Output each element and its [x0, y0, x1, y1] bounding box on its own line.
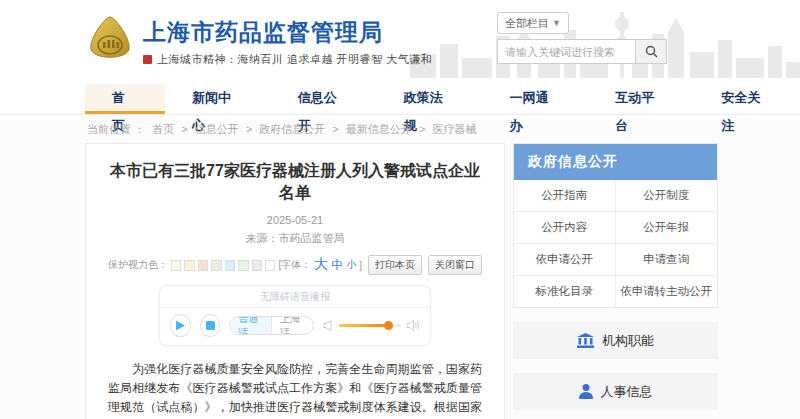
nav-item-online-services[interactable]: 一网通办: [482, 84, 588, 114]
category-select[interactable]: 全部栏目 ▼: [497, 12, 569, 34]
gov-link-on-request[interactable]: 依申请公开: [514, 244, 616, 276]
breadcrumb-separator: >: [246, 123, 252, 135]
gov-link-content[interactable]: 公开内容: [514, 212, 616, 244]
gov-link-system[interactable]: 公开制度: [616, 180, 718, 212]
search-icon: [645, 45, 658, 58]
breadcrumb-home[interactable]: 首页: [152, 123, 174, 135]
lang-option-shanghainese[interactable]: 上海话: [271, 317, 313, 334]
gov-info-title: 政府信息公开: [514, 144, 717, 180]
gov-info-card: 政府信息公开 公开指南 公开制度 公开内容 公开年报 依申请公开 申请查询 标准…: [513, 143, 718, 308]
nav-item-safety[interactable]: 安全关注: [694, 84, 800, 114]
volume-handle[interactable]: [384, 321, 393, 330]
nav-item-info-disclosure[interactable]: 信息公开: [271, 84, 377, 114]
nav-item-policies[interactable]: 政策法规: [377, 84, 483, 114]
breadcrumb-latest-info[interactable]: 最新信息公开: [346, 123, 412, 135]
page-body: 当前位置 ： 首页 > 信息公开 > 政府信息公开 > 最新信息公开 > 医疗器…: [0, 115, 800, 419]
eye-color-swatch[interactable]: [252, 260, 262, 271]
search-button[interactable]: [635, 39, 667, 64]
eye-color-swatch[interactable]: [225, 260, 235, 271]
volume-fill: [339, 324, 389, 327]
font-size-label-close: ]: [359, 260, 362, 271]
stop-icon: [206, 321, 215, 330]
nav-item-interaction[interactable]: 互动平台: [588, 84, 694, 114]
play-icon: [175, 320, 185, 331]
gov-link-guide[interactable]: 公开指南: [514, 180, 616, 212]
nav-item-news[interactable]: 新闻中心: [165, 84, 271, 114]
volume-speaker-icon: [407, 320, 420, 331]
breadcrumb-separator: >: [332, 123, 338, 135]
volume-slider[interactable]: [339, 324, 401, 327]
gov-link-request-to-active[interactable]: 依申请转主动公开: [616, 276, 718, 307]
eye-color-swatch[interactable]: [184, 260, 194, 271]
close-window-button[interactable]: 关闭窗口: [428, 255, 482, 275]
article-toolbar: 保护视力色： [字体： 大 中 小 ] 打印本页 关闭窗口: [108, 255, 482, 275]
breadcrumb-medical-devices[interactable]: 医疗器械: [432, 123, 476, 135]
gov-link-standard-catalog[interactable]: 标准化目录: [514, 276, 616, 307]
category-select-value: 全部栏目: [505, 16, 549, 31]
stop-button[interactable]: [200, 314, 221, 337]
eye-color-swatch[interactable]: [211, 260, 221, 271]
main-nav: 首页 新闻中心 信息公开 政策法规 一网通办 互动平台 安全关注: [0, 84, 800, 115]
breadcrumb-info-disclosure[interactable]: 信息公开: [195, 123, 239, 135]
article-card: 本市已有三批77家医疗器械注册人列入警戒试点企业名单 2025-05-21 来源…: [85, 143, 505, 419]
font-size-medium[interactable]: 中: [331, 257, 343, 274]
site-title: 上海市药品监督管理局: [143, 17, 383, 48]
eye-color-swatch[interactable]: [238, 260, 248, 271]
font-size-label-open: [字体：: [278, 258, 311, 272]
right-sidebar: 政府信息公开 公开指南 公开制度 公开内容 公开年报 依申请公开 申请查询 标准…: [513, 143, 718, 419]
article-source: 来源：市药品监管局: [108, 231, 482, 246]
audio-player-caption: 无障碍语音播报: [160, 286, 430, 308]
font-size-small[interactable]: 小: [346, 258, 356, 272]
quick-link-org-functions[interactable]: 机构职能: [513, 322, 718, 359]
gov-link-annual-report[interactable]: 公开年报: [616, 212, 718, 244]
article-title: 本市已有三批77家医疗器械注册人列入警戒试点企业名单: [108, 160, 482, 204]
chevron-down-icon: ▼: [552, 18, 561, 28]
article-body: 为强化医疗器械质量安全风险防控，完善全生命周期监管，国家药监局相继发布《医疗器械…: [108, 360, 482, 419]
breadcrumb-separator: >: [181, 123, 187, 135]
print-button[interactable]: 打印本页: [368, 255, 422, 275]
site-slogan: 上海城市精神：海纳百川 追求卓越 开明睿智 大气谦和: [157, 52, 432, 67]
quick-link-label: 机构职能: [602, 332, 654, 350]
quick-link-label: 人事信息: [601, 383, 653, 401]
eye-protect-label: 保护视力色：: [108, 258, 168, 272]
breadcrumb-separator: >: [419, 123, 425, 135]
volume-mute-icon: [323, 320, 333, 331]
eye-color-swatch[interactable]: [171, 260, 181, 271]
font-size-large[interactable]: 大: [314, 256, 328, 274]
article-date: 2025-05-21: [108, 214, 482, 226]
site-header: 上海市药品监督管理局 上海城市精神：海纳百川 追求卓越 开明睿智 大气谦和 全部…: [0, 0, 800, 84]
bank-icon: [577, 333, 594, 348]
play-button[interactable]: [170, 314, 191, 337]
slogan-bullet-icon: [143, 55, 152, 64]
lang-option-mandarin[interactable]: 普通话: [230, 317, 271, 334]
breadcrumb-gov-info[interactable]: 政府信息公开: [259, 123, 325, 135]
eye-color-swatch[interactable]: [265, 260, 275, 271]
gov-link-request-query[interactable]: 申请查询: [616, 244, 718, 276]
search-input[interactable]: [497, 39, 635, 64]
eye-color-swatch[interactable]: [198, 260, 208, 271]
audio-player: 无障碍语音播报 普通话 上海话: [159, 285, 431, 346]
nav-item-home[interactable]: 首页: [85, 84, 165, 114]
search-area: 全部栏目 ▼: [497, 12, 672, 64]
language-toggle: 普通话 上海话: [229, 316, 314, 335]
breadcrumb-prefix: 当前位置 ：: [87, 123, 145, 135]
volume-control: [323, 320, 420, 331]
person-icon: [579, 384, 593, 399]
agency-logo: [86, 15, 134, 65]
quick-link-personnel-info[interactable]: 人事信息: [513, 373, 718, 410]
